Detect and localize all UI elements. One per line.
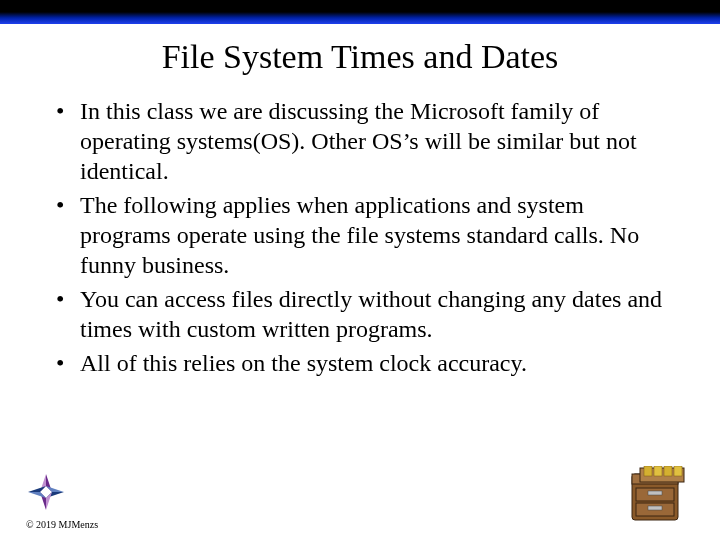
bullet-list: In this class we are discussing the Micr… (50, 96, 670, 378)
bullet-item: The following applies when applications … (50, 190, 670, 280)
svg-rect-18 (674, 466, 682, 476)
svg-rect-17 (664, 466, 672, 476)
bullet-item: All of this relies on the system clock a… (50, 348, 670, 378)
copyright-text: © 2019 MJMenzs (26, 519, 98, 530)
bullet-item: You can access files directly without ch… (50, 284, 670, 344)
top-accent-bar (0, 0, 720, 24)
logo-icon (26, 472, 66, 512)
svg-rect-15 (644, 466, 652, 476)
svg-rect-16 (654, 466, 662, 476)
svg-rect-13 (648, 506, 662, 510)
bullet-item: In this class we are discussing the Micr… (50, 96, 670, 186)
slide-title: File System Times and Dates (40, 38, 680, 76)
footer: © 2019 MJMenzs (26, 460, 694, 530)
file-cabinet-icon (626, 466, 690, 524)
svg-rect-11 (648, 491, 662, 495)
